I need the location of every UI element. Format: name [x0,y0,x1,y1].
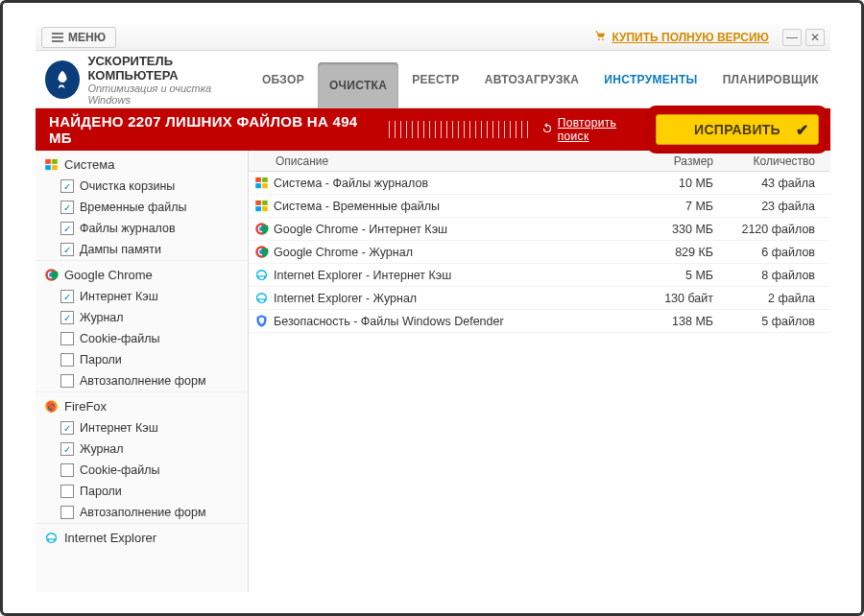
sidebar-item[interactable]: Автозаполнение форм [36,502,248,523]
svg-rect-18 [255,206,261,211]
row-size: 10 МБ [629,177,725,190]
row-desc: Google Chrome - Интернет Кэш [274,223,629,236]
col-size[interactable]: Размер [629,154,725,168]
svg-rect-3 [52,158,58,163]
sidebar-item-label: Cookie-файлы [80,463,160,477]
minimize-button[interactable]: — [782,29,802,46]
col-count[interactable]: Количество [725,154,830,168]
ie-icon [249,268,274,282]
windows-icon [249,199,274,213]
sidebar-item-label: Cookie-файлы [80,332,160,345]
sidebar-item[interactable]: Временные файлы [36,197,248,218]
sidebar-item[interactable]: Пароли [36,481,248,502]
table-body[interactable]: Система - Файлы журналов10 МБ43 файлаСис… [249,172,830,592]
checkbox[interactable] [60,485,74,498]
table-row[interactable]: Google Chrome - Журнал829 КБ6 файлов [249,241,830,264]
svg-point-1 [602,38,604,40]
row-count: 8 файлов [725,269,830,282]
fix-button-highlight: ИСПРАВИТЬ ✔ [650,108,825,151]
repeat-search-link[interactable]: Повторить поиск [540,116,650,143]
firefox-icon [43,398,59,414]
svg-rect-14 [255,183,261,188]
sidebar-group-chrome[interactable]: Google Chrome [36,261,248,286]
close-button[interactable]: ✕ [805,29,825,46]
checkbox[interactable] [60,463,74,477]
row-count: 2120 файлов [725,223,830,236]
chrome-icon [249,222,274,236]
row-size: 5 МБ [629,269,725,282]
sidebar-group-firefox[interactable]: FireFox [36,392,248,417]
nav-tools[interactable]: ИНСТРУМЕНТЫ [592,51,708,107]
checkbox[interactable] [60,506,74,519]
sidebar-item[interactable]: Файлы журналов [36,218,248,239]
buy-full-version-link[interactable]: КУПИТЬ ПОЛНУЮ ВЕРСИЮ [592,29,769,45]
main-nav: ОБЗОР ОЧИСТКА РЕЕСТР АВТОЗАГРУЗКА ИНСТРУ… [251,51,830,107]
checkbox[interactable] [60,353,74,367]
table-row[interactable]: Система - Файлы журналов10 МБ43 файла [249,172,830,195]
sidebar-group-ie[interactable]: Internet Explorer [36,524,248,549]
sidebar-item[interactable]: Дампы памяти [36,239,248,260]
sidebar-item[interactable]: Автозаполнение форм [36,370,248,391]
sidebar-item-label: Журнал [80,311,124,324]
row-size: 829 КБ [629,246,725,259]
table-row[interactable]: Internet Explorer - Интернет Кэш5 МБ8 фа… [249,264,830,287]
app-logo: УСКОРИТЕЛЬ КОМПЬЮТЕРА Оптимизация и очис… [45,54,251,106]
nav-startup[interactable]: АВТОЗАГРУЗКА [473,51,591,107]
repeat-label: Повторить поиск [558,116,650,143]
checkbox[interactable] [60,311,74,324]
logo-subtitle: Оптимизация и очистка Windows [87,83,251,106]
sidebar-group-windows[interactable]: Система [36,151,248,176]
sidebar[interactable]: СистемаОчистка корзиныВременные файлыФай… [36,151,249,592]
table-row[interactable]: Безопасность - Файлы Windows Defender138… [249,310,830,333]
table-row[interactable]: Internet Explorer - Журнал130 байт2 файл… [249,287,830,310]
sidebar-item-label: Очистка корзины [80,179,175,193]
svg-point-0 [598,38,600,40]
fix-label: ИСПРАВИТЬ [694,122,780,137]
sidebar-item[interactable]: Интернет Кэш [36,417,248,438]
row-desc: Google Chrome - Журнал [274,246,629,259]
sidebar-group-label: Система [64,157,114,172]
menu-button[interactable]: МЕНЮ [41,27,116,48]
sidebar-item[interactable]: Пароли [36,349,248,370]
sidebar-item[interactable]: Cookie-файлы [36,460,248,481]
row-count: 43 файла [725,177,830,190]
sidebar-item[interactable]: Журнал [36,438,248,460]
results-panel: Описание Размер Количество Система - Фай… [249,151,830,592]
row-count: 23 файла [725,200,830,213]
buy-label: КУПИТЬ ПОЛНУЮ ВЕРСИЮ [612,31,769,44]
row-size: 330 МБ [629,223,725,236]
checkbox[interactable] [60,374,74,388]
sidebar-item-label: Интернет Кэш [80,421,158,435]
sidebar-group-label: Google Chrome [64,268,153,282]
sidebar-item[interactable]: Cookie-файлы [36,328,248,349]
sidebar-item-label: Автозаполнение форм [80,506,205,519]
sidebar-item[interactable]: Интернет Кэш [36,286,248,307]
row-size: 7 МБ [629,200,725,213]
table-row[interactable]: Система - Временные файлы7 МБ23 файла [249,195,830,218]
sidebar-item[interactable]: Очистка корзины [36,176,248,197]
sidebar-item-label: Файлы журналов [80,222,176,235]
checkbox[interactable] [60,290,74,303]
sidebar-item[interactable]: Журнал [36,307,248,328]
cart-icon [592,29,608,45]
checkbox[interactable] [60,421,74,435]
checkbox[interactable] [60,201,74,214]
svg-rect-2 [45,158,51,163]
checkbox[interactable] [60,442,74,456]
fix-button[interactable]: ИСПРАВИТЬ ✔ [656,114,819,145]
shield-icon [249,314,274,328]
checkbox[interactable] [60,332,74,345]
svg-rect-4 [45,165,51,170]
checkbox[interactable] [60,222,74,235]
table-row[interactable]: Google Chrome - Интернет Кэш330 МБ2120 ф… [249,218,830,241]
nav-scheduler[interactable]: ПЛАНИРОВЩИК [711,51,830,107]
nav-registry[interactable]: РЕЕСТР [400,51,471,107]
row-size: 130 байт [629,292,725,305]
checkbox[interactable] [60,243,74,256]
nav-overview[interactable]: ОБЗОР [251,51,316,107]
svg-rect-15 [262,183,268,188]
nav-clean[interactable]: ОЧИСТКА [318,62,398,108]
svg-rect-12 [255,178,261,182]
col-desc[interactable]: Описание [249,154,629,168]
checkbox[interactable] [60,179,74,193]
